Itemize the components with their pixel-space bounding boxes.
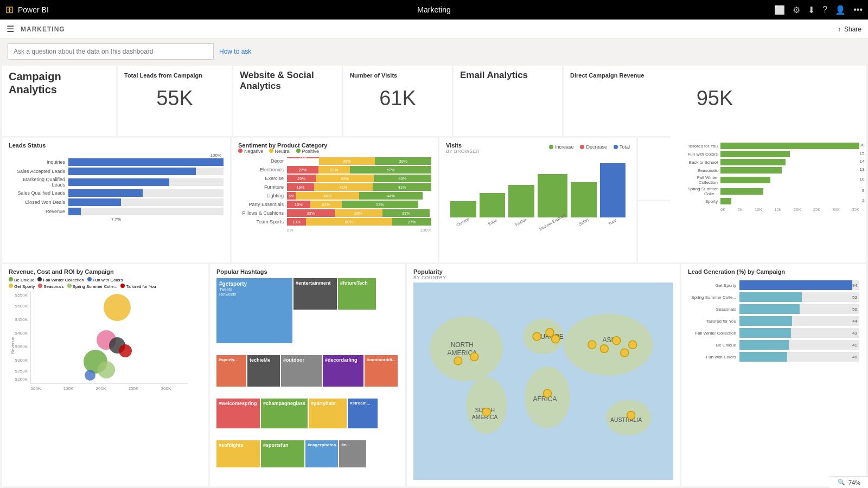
user-icon[interactable]: 👤 <box>835 5 846 15</box>
table-row: Team Sports 13% 60% 27% <box>238 218 431 226</box>
qa-input[interactable] <box>8 43 214 60</box>
total-leads-title: Total Leads from Campaign <box>124 72 202 79</box>
topbar-title: Marketing <box>417 5 450 14</box>
email-analytics-title: Email Analytics <box>460 70 528 80</box>
table-row: Tailored for You 30,169 <box>677 143 859 149</box>
table-row: Exercise 20% 40% 40% <box>238 175 431 182</box>
direct-revenue-card: Direct Campaign Revenue 95K <box>564 66 866 136</box>
table-row: Décor 22% 39% 39% <box>238 157 431 165</box>
how-to-ask-link[interactable]: How to ask <box>219 48 251 55</box>
table-row: Fall Winter Collection 43 <box>688 328 859 338</box>
popularity-title: Popularity <box>413 268 673 275</box>
settings-icon[interactable]: ⚙ <box>793 5 800 15</box>
bar-group-total: Total <box>600 163 626 224</box>
svg-point-50 <box>627 411 635 419</box>
total-leads-value: 55K <box>124 80 225 117</box>
table-row: Fun with Colors 15,054 <box>677 151 859 157</box>
table-row: Closed Won Deals <box>9 198 224 206</box>
lead-generation-card: Lead Generation (%) by Campaign Get Spor… <box>681 264 866 486</box>
popular-hashtags-title: Popular Hashtags <box>216 268 399 275</box>
bar-group-edge: Edge <box>480 193 506 224</box>
visits-title: Visits <box>446 142 480 149</box>
svg-point-40 <box>533 332 541 341</box>
campaign-analytics-card: Campaign Analytics <box>2 66 116 136</box>
revenue-campaign-overlay: Tailored for You 30,169 Fun with Colors … <box>671 135 866 255</box>
num-visits-card: Number of Visits 61K <box>343 66 452 136</box>
hamburger-icon[interactable]: ☰ <box>7 24 14 34</box>
svg-text:$400K: $400K <box>15 331 28 336</box>
hashtag-cell: #stream... <box>348 399 378 428</box>
visits-col: Visits BY BROWSER Increase Decrease Tota… <box>439 138 636 262</box>
num-visits-title: Number of Visits <box>350 72 397 79</box>
bar-safari-increase <box>571 182 597 217</box>
hashtag-cell: #sportsfun <box>261 440 304 467</box>
table-row: Fall Winter Collection 10,824 <box>677 175 859 185</box>
roi-legend: Be Unique Fall Winter Collection Fun wit… <box>9 277 202 282</box>
svg-point-18 <box>119 344 132 357</box>
svg-text:$250K: $250K <box>15 369 28 374</box>
svg-text:300K: 300K <box>161 386 171 391</box>
svg-text:$350K: $350K <box>15 344 28 349</box>
share-icon: ↑ <box>838 25 841 33</box>
legend-positive: Positive <box>296 149 320 154</box>
svg-point-44 <box>600 345 608 353</box>
svg-point-28 <box>564 314 653 376</box>
svg-point-49 <box>482 408 490 416</box>
bar-firefox-increase <box>508 185 534 217</box>
revenue-cost-roi-title: Revenue, Cost and ROI by Campaign <box>9 268 202 275</box>
svg-point-21 <box>85 370 95 381</box>
lead-generation-title: Lead Generation (%) by Campaign <box>688 268 859 275</box>
sentiment-card: Sentiment by Product Category Negative N… <box>232 138 438 262</box>
table-row: Be Unique 41 <box>688 340 859 350</box>
svg-text:$200K: $200K <box>15 377 28 382</box>
bar-total <box>600 163 626 217</box>
svg-text:NORTH: NORTH <box>451 341 474 349</box>
table-row: Furniture 19% 41% 41% <box>238 183 431 191</box>
more-icon[interactable]: ••• <box>853 5 863 15</box>
share-button[interactable]: ↑ Share <box>838 25 861 33</box>
svg-text:100K: 100K <box>31 386 41 391</box>
svg-text:150K: 150K <box>63 386 74 391</box>
svg-text:250K: 250K <box>129 386 139 391</box>
hashtag-cell: #futureTech <box>338 278 376 310</box>
svg-text:$500K: $500K <box>15 304 28 309</box>
table-row: Revenue <box>9 208 224 215</box>
topbar: ⊞ Power BI Marketing ⬜ ⚙ ⬇ ? 👤 ••• <box>0 0 868 20</box>
hashtags-treemap: #getsporty TweetsRetweets #entertainment… <box>216 278 399 478</box>
grid-icon[interactable]: ⊞ <box>5 4 14 16</box>
popularity-card: Popularity BY COUNTRY <box>407 264 680 486</box>
svg-text:$450K: $450K <box>15 317 28 322</box>
svg-text:AUSTRALIA: AUSTRALIA <box>610 417 642 423</box>
svg-point-20 <box>98 361 115 378</box>
svg-point-15 <box>104 294 131 321</box>
help-icon[interactable]: ? <box>822 5 827 15</box>
table-row: Lighting 6% 44% 44% <box>238 192 431 200</box>
num-visits-value: 61K <box>350 80 445 117</box>
svg-point-43 <box>588 341 596 349</box>
svg-point-38 <box>454 357 462 365</box>
svg-text:200K: 200K <box>96 386 106 391</box>
svg-text:$550K: $550K <box>15 293 28 298</box>
hashtag-cell: #sporty... <box>216 355 246 387</box>
revenue-cost-roi-card: Revenue, Cost and ROI by Campaign Be Uni… <box>2 264 208 486</box>
hashtag-cell: #welcomespring <box>216 399 260 428</box>
download-icon[interactable]: ⬇ <box>808 5 815 15</box>
website-social-card: Website & Social Analytics <box>233 66 342 136</box>
table-row: Back to School 14,069 <box>677 159 859 165</box>
table-row: Fun with Colors 40 <box>688 352 859 362</box>
bar-ie-increase <box>538 174 567 217</box>
topbar-actions: ⬜ ⚙ ⬇ ? 👤 ••• <box>774 5 863 15</box>
kpi-row: Campaign Analytics Total Leads from Camp… <box>2 66 866 136</box>
svg-point-46 <box>621 349 629 357</box>
display-icon[interactable]: ⬜ <box>774 5 785 15</box>
section-title: MARKETING <box>21 25 65 33</box>
table-row: Get Sporty 94 <box>688 280 859 290</box>
table-row: Inquiries <box>9 158 224 166</box>
leads-bars: 100% Inquiries Sales Accepted Leads Mark… <box>9 153 224 222</box>
svg-point-48 <box>544 389 552 397</box>
table-row: Sales Qualified Leads <box>9 189 224 197</box>
table-row: Spring Summer Colle... 9,370 <box>677 187 859 196</box>
total-leads-card: Total Leads from Campaign 55K <box>118 66 232 136</box>
svg-text:Revenue: Revenue <box>10 336 15 354</box>
leads-status-card: Leads Status 100% Inquiries Sales Accept… <box>2 138 230 262</box>
